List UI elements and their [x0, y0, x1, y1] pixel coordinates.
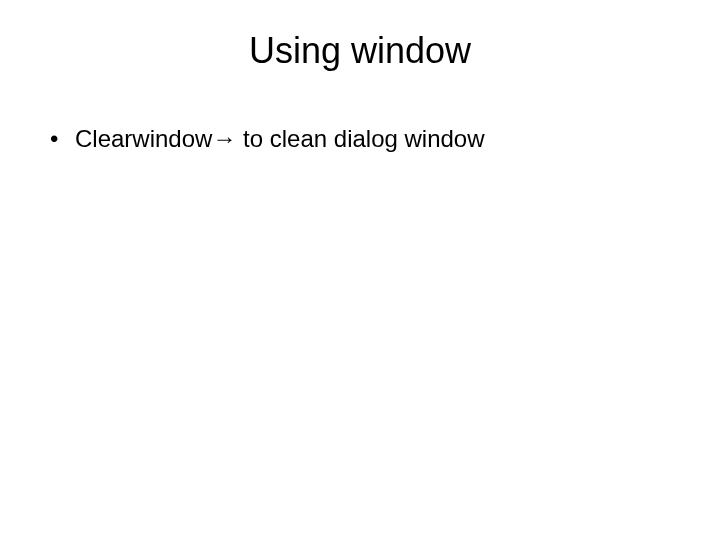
slide-container: Using window Clearwindow→ to clean dialo…: [0, 0, 720, 540]
bullet-item: Clearwindow→ to clean dialog window: [50, 122, 670, 156]
bullet-list: Clearwindow→ to clean dialog window: [50, 122, 670, 156]
arrow-icon: →: [212, 125, 236, 152]
slide-title: Using window: [50, 30, 670, 72]
bullet-text-before: Clearwindow: [75, 125, 212, 152]
bullet-text-after: to clean dialog window: [236, 125, 484, 152]
